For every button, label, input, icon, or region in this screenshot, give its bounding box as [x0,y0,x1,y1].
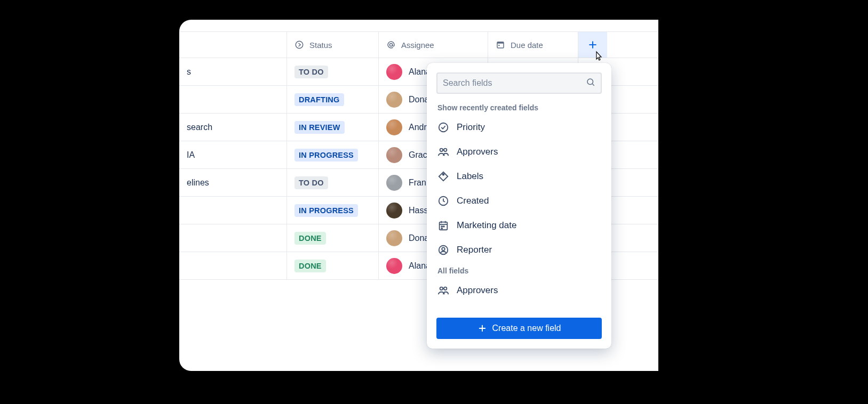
svg-point-18 [444,287,447,290]
column-header-task[interactable] [179,32,287,58]
task-cell[interactable] [179,252,287,279]
recent-fields-label: Show recently created fields [427,99,611,115]
svg-point-16 [442,247,445,251]
task-cell[interactable]: IA [179,141,287,168]
svg-point-14 [441,228,442,229]
svg-point-7 [440,149,443,152]
svg-point-1 [389,43,392,46]
assignee-name: Dona [409,233,429,243]
status-badge: TO DO [294,66,328,78]
column-header-label: Assignee [401,41,434,50]
column-header-due-date[interactable]: Due date [488,32,578,58]
status-badge: DRAFTING [294,93,344,106]
recent-field-item[interactable]: Priority [427,115,611,140]
assignee-name: Andr [409,123,427,132]
avatar [386,175,402,191]
search-fields-input[interactable] [443,78,586,88]
recent-field-item[interactable]: Reporter [427,238,611,262]
svg-point-6 [439,123,448,132]
task-cell[interactable]: s [179,58,287,85]
status-cell[interactable]: IN PROGRESS [287,141,379,168]
svg-point-12 [441,226,442,227]
status-cell[interactable]: TO DO [287,58,379,85]
all-fields-list: Approvers [427,278,611,301]
add-column-button[interactable] [578,32,607,58]
avatar [386,203,402,219]
search-icon [586,77,595,89]
recent-field-item[interactable]: Marketing date [427,213,611,238]
field-item-label: Labels [457,171,483,182]
task-cell[interactable]: search [179,114,287,141]
field-item-label: Approvers [457,285,498,296]
table-header: Status Assignee Due date [179,31,658,58]
avatar [386,258,402,274]
recent-field-item[interactable]: Created [427,189,611,213]
status-badge: IN REVIEW [294,121,345,134]
field-item-label: Marketing date [457,220,516,231]
person-icon [437,244,449,256]
avatar [386,64,402,80]
assignee-name: Grac [409,150,427,160]
avatar [386,119,402,135]
field-item-label: Approvers [457,147,498,157]
create-field-label: Create a new field [492,324,561,333]
svg-point-9 [443,174,444,175]
avatar [386,147,402,163]
clock-icon [437,195,449,207]
add-field-popover: Show recently created fields PriorityApp… [427,63,611,349]
status-cell[interactable]: TO DO [287,169,379,196]
status-cell[interactable]: DONE [287,252,379,279]
calendar-icon [496,40,505,50]
field-item-label: Reporter [457,245,492,255]
people-icon [437,146,449,158]
column-header-label: Status [309,41,332,50]
recent-fields-list: PriorityApproversLabelsCreatedMarketing … [427,115,611,262]
status-badge: DONE [294,260,326,272]
recent-field-item[interactable]: Approvers [427,140,611,164]
task-cell[interactable] [179,197,287,224]
avatar [386,230,402,246]
task-cell[interactable] [179,224,287,252]
status-badge: IN PROGRESS [294,149,358,161]
column-header-assignee[interactable]: Assignee [379,32,488,58]
tag-icon [437,171,449,182]
create-field-button[interactable]: Create a new field [436,318,602,339]
assignee-name: Fran [409,178,426,188]
svg-point-5 [587,79,593,85]
svg-rect-4 [498,45,499,46]
status-cell[interactable]: IN PROGRESS [287,197,379,224]
status-cell[interactable]: DONE [287,224,379,252]
svg-point-0 [296,41,303,49]
status-badge: DONE [294,232,326,245]
all-field-item[interactable]: Approvers [427,278,611,301]
field-item-label: Created [457,196,489,206]
task-cell[interactable]: elines [179,169,287,196]
all-fields-label: All fields [427,262,611,278]
svg-point-8 [444,149,447,152]
svg-point-13 [443,226,444,227]
status-cell[interactable]: IN REVIEW [287,114,379,141]
calendar-icon [437,220,449,231]
field-item-label: Priority [457,122,485,133]
column-header-label: Due date [511,41,543,50]
recent-field-item[interactable]: Labels [427,164,611,189]
people-icon [437,285,449,296]
status-badge: TO DO [294,176,328,189]
assignee-name: Hass [409,206,428,215]
search-fields-input-wrap[interactable] [436,72,602,94]
status-icon [294,40,304,50]
task-cell[interactable] [179,86,287,113]
assignee-name: Dona [409,95,429,104]
priority-icon [437,122,449,133]
column-header-status[interactable]: Status [287,32,379,58]
status-cell[interactable]: DRAFTING [287,86,379,113]
svg-rect-3 [497,42,504,44]
avatar [386,92,402,108]
app-window: Status Assignee Due date sTO DOAlanaDRAF… [179,20,658,371]
svg-point-17 [440,287,443,290]
status-badge: IN PROGRESS [294,204,358,217]
mention-icon [386,40,396,50]
